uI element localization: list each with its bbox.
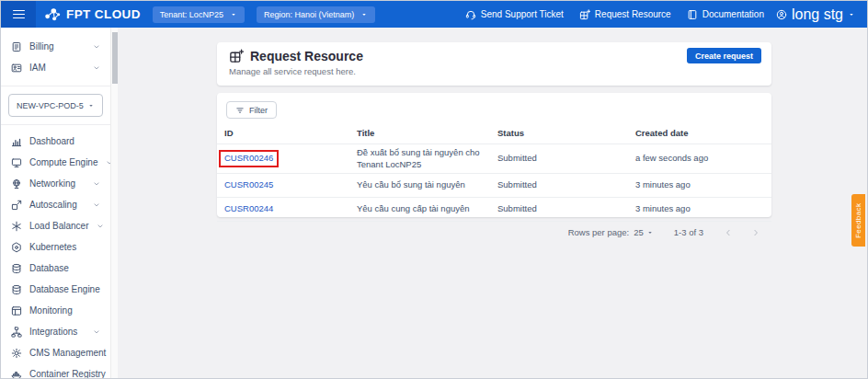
- chevron-down-icon: [93, 43, 100, 51]
- database-icon: [11, 263, 22, 274]
- caret-down-icon: [646, 229, 654, 236]
- column-header-created-date: Created date: [635, 126, 762, 144]
- table-header-row: ID Title Status Created date: [217, 126, 771, 144]
- sidebar-item-autoscaling[interactable]: Autoscaling: [1, 194, 110, 215]
- topbar-actions: Send Support Ticket Request Resource Doc…: [465, 9, 776, 20]
- sidebar-item-monitoring[interactable]: Monitoring: [1, 300, 110, 321]
- sidebar-item-integrations[interactable]: Integrations: [1, 321, 110, 342]
- topbar-link-send-support-ticket[interactable]: Send Support Ticket: [465, 9, 564, 20]
- sidebar-item-label: Kubernetes: [29, 242, 76, 252]
- globe-icon: [11, 178, 22, 190]
- fpt-cloud-console: FPT CLOUD Tenant: LocNP25 Region: Hanoi …: [0, 0, 868, 379]
- chevron-down-icon: [93, 328, 100, 336]
- sidebar-scrollbar-thumb[interactable]: [112, 32, 118, 84]
- sidebar-item-label: Dashboard: [29, 136, 74, 146]
- filter-button-label: Filter: [249, 106, 268, 115]
- region-selector-label: Region: Hanoi (Vietnam): [264, 10, 354, 19]
- user-name: long stg: [792, 6, 843, 23]
- chevron-down-icon: [93, 201, 100, 209]
- sidebar-item-dashboard[interactable]: Dashboard: [1, 131, 110, 152]
- status-badge: Submitted: [497, 177, 635, 194]
- topbar-link-label: Request Resource: [595, 9, 671, 19]
- sidebar-item-networking[interactable]: Networking: [1, 173, 110, 194]
- previous-page-button[interactable]: [724, 228, 733, 237]
- region-selector[interactable]: Region: Hanoi (Vietnam): [257, 6, 375, 23]
- cms-icon: [11, 348, 22, 359]
- sidebar-item-label: Database: [29, 263, 69, 273]
- integrations-icon: [11, 327, 22, 338]
- topbar-link-label: Documentation: [702, 9, 764, 19]
- chart-icon: [11, 136, 22, 147]
- column-header-status: Status: [497, 126, 635, 144]
- sidebar-item-iam[interactable]: IAM: [1, 57, 110, 78]
- create-request-button[interactable]: Create request: [687, 48, 761, 63]
- sidebar-item-database-engine[interactable]: Database Engine: [1, 279, 110, 300]
- book-icon: [687, 9, 698, 20]
- rows-per-page-select[interactable]: 25: [634, 227, 654, 237]
- chevron-down-icon: [93, 180, 100, 188]
- user-menu[interactable]: long stg: [776, 6, 867, 23]
- sidebar-item-label: Compute Engine: [29, 157, 98, 167]
- request-id-link[interactable]: CUSR00244: [219, 201, 279, 218]
- caret-down-icon: [848, 11, 855, 18]
- kubernetes-icon: [11, 242, 22, 253]
- fpt-logo-icon: [44, 7, 62, 22]
- rows-per-page-label: Rows per page:: [568, 227, 630, 237]
- created-date: a few seconds ago: [635, 150, 762, 167]
- autoscaling-icon: [11, 200, 22, 211]
- sidebar-item-label: Networking: [29, 178, 75, 189]
- pagination: Rows per page: 25 1-3 of 3: [217, 222, 771, 237]
- page-subtitle: Manage all service request here.: [229, 66, 760, 76]
- topbar-link-documentation[interactable]: Documentation: [687, 9, 764, 20]
- sidebar-divider: [1, 124, 110, 125]
- request-id-link[interactable]: CUSR00245: [219, 177, 279, 194]
- sidebar-item-label: Monitoring: [29, 305, 73, 316]
- topbar-link-label: Send Support Ticket: [481, 9, 564, 19]
- sidebar-item-kubernetes[interactable]: Kubernetes: [1, 236, 110, 258]
- request-resource-icon: [229, 49, 244, 63]
- status-badge: Submitted: [497, 150, 635, 167]
- sidebar-item-label: Billing: [29, 41, 54, 52]
- sidebar-item-container-registry[interactable]: Container Registry: [1, 363, 110, 379]
- filter-button[interactable]: Filter: [226, 101, 277, 119]
- user-icon: [776, 9, 787, 20]
- sidebar-item-label: CMS Management: [29, 348, 106, 358]
- table-row: CUSR00246 Đề xuất bổ sung tài nguyên cho…: [217, 144, 771, 175]
- chevron-down-icon: [93, 64, 100, 72]
- caret-down-icon: [360, 11, 368, 18]
- feedback-tab[interactable]: Feedback: [851, 194, 865, 247]
- request-table-card: Filter ID Title Status Created date CUSR…: [217, 93, 771, 217]
- vpc-selector[interactable]: NEW-VPC-POD-5: [8, 94, 103, 117]
- topbar: FPT CLOUD Tenant: LocNP25 Region: Hanoi …: [1, 1, 867, 28]
- column-header-title: Title: [357, 126, 497, 144]
- sidebar-item-label: Integrations: [29, 327, 77, 337]
- caret-down-icon: [87, 102, 95, 109]
- caret-down-icon: [230, 11, 237, 18]
- request-title: Đề xuất bổ sung tài nguyên cho Tenant Lo…: [357, 144, 497, 174]
- sidebar-item-cms-management[interactable]: CMS Management: [1, 342, 110, 363]
- page-title: Request Resource: [250, 49, 363, 63]
- loadbalancer-icon: [11, 221, 22, 232]
- monitoring-icon: [11, 305, 22, 316]
- sidebar-item-database[interactable]: Database: [1, 258, 110, 279]
- sidebar-scrollbar: [110, 28, 118, 378]
- vpc-selector-value: NEW-VPC-POD-5: [17, 101, 84, 110]
- hamburger-menu-button[interactable]: [1, 1, 36, 28]
- request-title: Yêu cầu bổ sung tài nguyên: [357, 177, 497, 194]
- tenant-selector[interactable]: Tenant: LocNP25: [153, 6, 245, 23]
- sidebar-item-load-balancer[interactable]: Load Balancer: [1, 215, 110, 236]
- table-body: CUSR00246 Đề xuất bổ sung tài nguyên cho…: [217, 144, 771, 222]
- sidebar: Billing IAM NEW-VPC-POD-5 Dashboard: [1, 28, 110, 378]
- filter-icon: [235, 106, 245, 115]
- monitor-icon: [11, 157, 22, 168]
- topbar-link-request-resource[interactable]: Request Resource: [579, 9, 671, 20]
- sidebar-item-billing[interactable]: Billing: [1, 36, 110, 57]
- created-date: 3 minutes ago: [635, 177, 762, 194]
- sidebar-item-compute-engine[interactable]: Compute Engine: [1, 152, 110, 173]
- rows-per-page-value: 25: [634, 227, 644, 237]
- next-page-button[interactable]: [751, 228, 760, 237]
- headset-icon: [465, 9, 476, 20]
- request-id-link[interactable]: CUSR00246: [219, 150, 279, 167]
- request-title: Yêu cầu cung cấp tài nguyên: [357, 201, 497, 218]
- sidebar-item-label: Database Engine: [29, 284, 100, 294]
